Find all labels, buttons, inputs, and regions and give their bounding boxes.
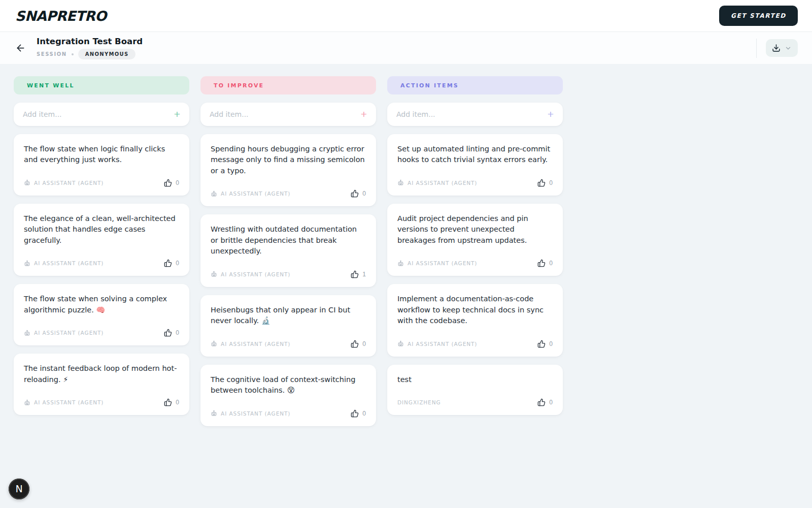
retro-card: Audit project dependencies and pin versi… (387, 204, 563, 276)
card-author-label: AI ASSISTANT (AGENT) (221, 410, 290, 417)
vote-count: 0 (176, 329, 179, 336)
robot-icon (397, 179, 404, 186)
robot-icon (211, 340, 217, 347)
robot-icon (24, 399, 30, 406)
vote-button[interactable]: 0 (537, 259, 553, 267)
thumbs-up-icon (351, 340, 359, 348)
vote-button[interactable]: 0 (537, 398, 553, 406)
card-author-label: AI ASSISTANT (AGENT) (408, 260, 477, 266)
card-text: The elegance of a clean, well-architecte… (24, 213, 179, 246)
card-footer: AI ASSISTANT (AGENT) 0 (211, 409, 366, 418)
column-header: WENT WELL (14, 76, 189, 94)
robot-icon (211, 271, 217, 277)
column-title: TO IMPROVE (214, 82, 264, 89)
card-author-label: AI ASSISTANT (AGENT) (34, 399, 104, 405)
card-text: Heisenbugs that only appear in CI but ne… (211, 305, 366, 327)
anonymous-badge: ANONYMOUS (78, 49, 136, 59)
card-author: AI ASSISTANT (AGENT) (211, 340, 290, 347)
card-text: The flow state when solving a complex al… (24, 294, 179, 315)
thumbs-up-icon (164, 179, 172, 187)
add-item-button[interactable]: + (170, 109, 180, 120)
vote-button[interactable]: 0 (537, 179, 553, 187)
card-author-label: AI ASSISTANT (AGENT) (34, 330, 104, 336)
column-header: ACTION ITEMS (387, 76, 563, 94)
vote-button[interactable]: 0 (351, 340, 366, 348)
vote-button[interactable]: 1 (351, 270, 366, 278)
add-item-input[interactable] (210, 110, 357, 118)
thumbs-up-icon (537, 179, 546, 187)
retro-card: Heisenbugs that only appear in CI but ne… (200, 295, 376, 357)
retro-card: Implement a documentation-as-code workfl… (387, 284, 563, 356)
card-author-label: AI ASSISTANT (AGENT) (221, 190, 290, 197)
card-list: Set up automated linting and pre-commit … (387, 134, 563, 415)
card-author-label: AI ASSISTANT (AGENT) (221, 341, 290, 347)
vote-button[interactable]: 0 (351, 409, 366, 418)
thumbs-up-icon (164, 259, 172, 267)
card-author: AI ASSISTANT (AGENT) (397, 179, 477, 186)
vote-count: 0 (176, 260, 179, 267)
header-divider (756, 39, 757, 58)
retro-card: test DINGXIZHENG 0 (387, 365, 563, 415)
card-footer: AI ASSISTANT (AGENT) 0 (397, 179, 553, 187)
card-text: Implement a documentation-as-code workfl… (397, 294, 553, 326)
vote-button[interactable]: 0 (164, 329, 179, 337)
download-icon (772, 44, 781, 52)
retro-card: The flow state when solving a complex al… (14, 284, 189, 345)
vote-count: 0 (362, 410, 366, 417)
vote-count: 0 (362, 190, 366, 197)
retro-card: The elegance of a clean, well-architecte… (14, 204, 189, 276)
card-author: AI ASSISTANT (AGENT) (397, 260, 477, 267)
vote-button[interactable]: 0 (164, 259, 179, 267)
robot-icon (211, 410, 217, 417)
separator-dot (72, 53, 74, 55)
card-text: The flow state when logic finally clicks… (24, 144, 179, 166)
top-navbar: SNAPRETRO GET STARTED (0, 0, 812, 32)
card-author-label: AI ASSISTANT (AGENT) (34, 180, 104, 186)
add-item-card: + (387, 103, 563, 126)
robot-icon (24, 330, 30, 336)
thumbs-up-icon (351, 409, 359, 418)
board-column-to-improve: TO IMPROVE + Spending hours debugging a … (200, 76, 376, 426)
add-item-button[interactable]: + (544, 109, 554, 120)
card-text: The instant feedback loop of modern hot-… (24, 363, 179, 385)
add-item-button[interactable]: + (357, 109, 367, 120)
card-footer: AI ASSISTANT (AGENT) 0 (211, 340, 366, 348)
card-author: AI ASSISTANT (AGENT) (397, 340, 477, 347)
vote-button[interactable]: 0 (537, 340, 553, 348)
vote-button[interactable]: 0 (164, 398, 179, 406)
add-item-input[interactable] (396, 110, 544, 118)
thumbs-up-icon (351, 189, 359, 198)
robot-icon (24, 179, 30, 186)
thumbs-up-icon (164, 398, 172, 406)
retro-card: Spending hours debugging a cryptic error… (200, 134, 376, 206)
vote-count: 0 (549, 340, 553, 347)
card-author: AI ASSISTANT (AGENT) (211, 410, 290, 417)
robot-icon (397, 340, 404, 347)
back-button[interactable] (12, 40, 28, 56)
vote-count: 0 (176, 179, 179, 186)
card-footer: AI ASSISTANT (AGENT) 0 (24, 398, 179, 406)
card-author: AI ASSISTANT (AGENT) (24, 179, 104, 186)
back-arrow-icon (15, 43, 26, 53)
thumbs-up-icon (537, 259, 546, 267)
card-text: test (397, 374, 553, 385)
vote-button[interactable]: 0 (164, 179, 179, 187)
nextjs-dev-badge[interactable]: N (9, 479, 29, 499)
vote-button[interactable]: 0 (351, 189, 366, 198)
robot-icon (24, 260, 30, 267)
page-title: Integration Test Board (37, 37, 143, 46)
thumbs-up-icon (164, 329, 172, 337)
card-author-label: AI ASSISTANT (AGENT) (34, 260, 104, 266)
card-text: Audit project dependencies and pin versi… (397, 213, 553, 246)
card-footer: DINGXIZHENG 0 (397, 398, 553, 406)
board: WENT WELL + The flow state when logic fi… (0, 65, 812, 426)
robot-icon (211, 190, 217, 197)
vote-count: 0 (549, 179, 553, 186)
add-item-input[interactable] (23, 110, 170, 118)
nextjs-n-icon: N (15, 484, 22, 494)
retro-card: The cognitive load of context-switching … (200, 365, 376, 426)
column-header: TO IMPROVE (200, 76, 376, 94)
card-author-label: AI ASSISTANT (AGENT) (408, 180, 477, 186)
get-started-button[interactable]: GET STARTED (719, 6, 798, 26)
export-button[interactable] (766, 39, 798, 57)
